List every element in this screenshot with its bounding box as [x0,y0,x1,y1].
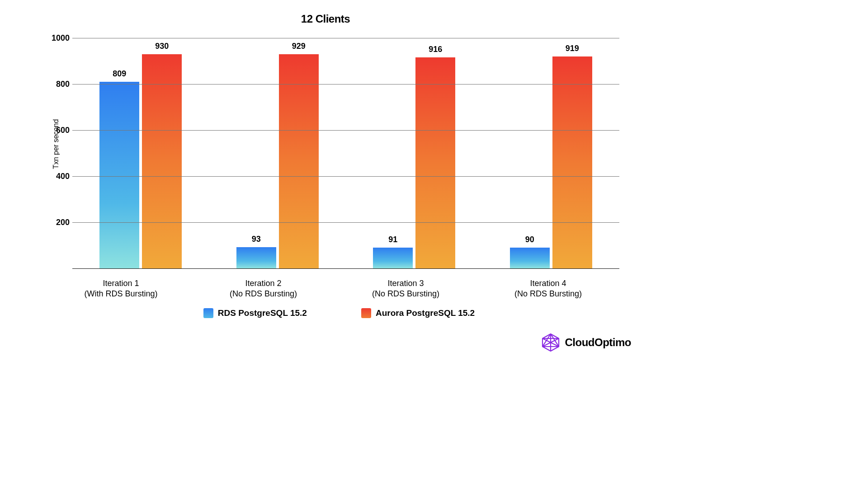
legend: RDS PostgreSQL 15.2 Aurora PostgreSQL 15… [18,308,633,318]
x-tick-line1: Iteration 4 [530,279,566,288]
bar-group: 91916 [346,38,483,268]
y-tick-label: 200 [50,218,70,227]
bar-group: 90919 [483,38,620,268]
bar-rds: 809 [99,82,139,268]
baseline [72,268,619,269]
grid-line [72,130,619,131]
x-tick-line2: (No RDS Bursting) [192,289,335,299]
y-tick-label: 1000 [50,33,70,43]
bar-value-label: 919 [566,44,579,53]
legend-swatch-rds [203,308,213,318]
chart-container: 12 Clients Txn per second 80993093929919… [0,0,651,366]
x-tick-label: Iteration 3(No RDS Bursting) [335,273,477,305]
bar-value-label: 93 [252,235,261,244]
plot-region: 809930939299191690919 2004006008001000 [72,38,619,268]
grid-line [72,38,619,38]
bar-rds: 93 [236,247,276,268]
bar-groups: 809930939299191690919 [72,38,619,268]
bar-value-label: 929 [292,42,306,51]
y-tick-label: 400 [50,172,70,181]
x-tick-line2: (No RDS Bursting) [477,289,619,299]
legend-item-rds: RDS PostgreSQL 15.2 [203,308,307,318]
x-tick-line1: Iteration 3 [387,279,424,288]
x-tick-line2: (With RDS Bursting) [50,289,192,299]
legend-label-aurora: Aurora PostgreSQL 15.2 [376,308,475,318]
x-tick-label: Iteration 2(No RDS Bursting) [192,273,335,305]
legend-label-rds: RDS PostgreSQL 15.2 [218,308,307,318]
chart-area: Txn per second 809930939299191690919 200… [50,33,619,305]
bar-value-label: 809 [113,69,126,79]
bar-aurora: 916 [415,57,455,268]
chart-title: 12 Clients [18,13,633,25]
x-tick-line2: (No RDS Bursting) [335,289,477,299]
y-tick-label: 600 [50,126,70,135]
x-tick-line1: Iteration 2 [245,279,281,288]
bar-value-label: 90 [525,235,534,244]
bar-value-label: 91 [388,235,397,244]
bar-aurora: 919 [552,56,592,268]
legend-swatch-aurora [361,308,371,318]
x-tick-label: Iteration 4(No RDS Bursting) [477,273,619,305]
grid-line [72,84,619,84]
bar-group: 93929 [209,38,346,268]
legend-item-aurora: Aurora PostgreSQL 15.2 [361,308,475,318]
bar-aurora: 930 [142,54,182,268]
x-axis-ticks: Iteration 1(With RDS Bursting)Iteration … [50,273,619,305]
cloudoptimo-icon [541,333,561,352]
brand-name: CloudOptimo [565,336,631,349]
bar-value-label: 916 [429,45,442,54]
bar-rds: 91 [373,248,413,268]
bar-value-label: 930 [155,42,169,51]
bar-aurora: 929 [279,54,319,268]
bar-group: 809930 [72,38,209,268]
grid-line [72,222,619,223]
bar-rds: 90 [510,248,550,268]
x-tick-line1: Iteration 1 [103,279,139,288]
x-tick-label: Iteration 1(With RDS Bursting) [50,273,192,305]
grid-line [72,176,619,177]
brand-logo: CloudOptimo [541,333,631,352]
y-tick-label: 800 [50,80,70,89]
